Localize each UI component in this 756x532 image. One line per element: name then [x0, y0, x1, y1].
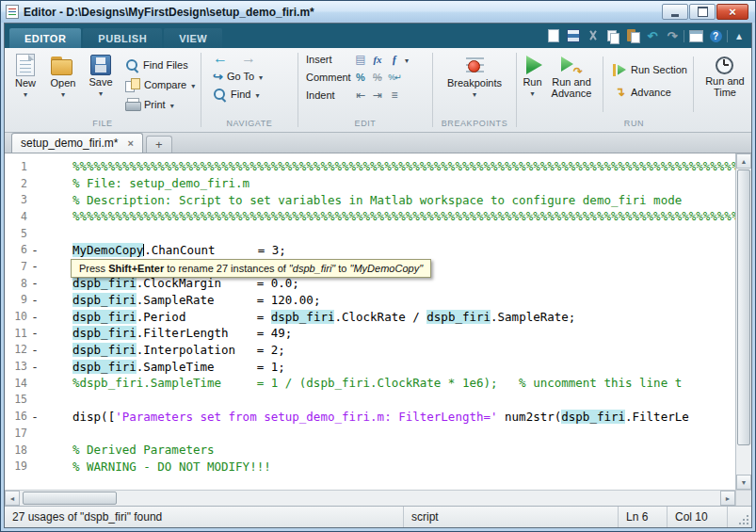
title-bar[interactable]: Editor - D:\Designs\MyFirstDesign\setup_…	[1, 1, 755, 23]
breakpoint-margin[interactable]: -	[27, 343, 42, 357]
new-button[interactable]: New	[7, 51, 44, 118]
run-time-button[interactable]: Run and Time	[698, 51, 752, 118]
breakpoint-margin[interactable]: -	[27, 410, 42, 424]
line-number: 6	[5, 243, 27, 256]
redo-icon[interactable]	[664, 27, 681, 44]
code-text: % Description: Script to set variables i…	[42, 193, 682, 207]
vertical-scrollbar[interactable]	[735, 153, 751, 490]
scroll-up-icon[interactable]	[736, 153, 751, 169]
copy-icon[interactable]	[604, 27, 621, 44]
line-indicator: Ln 6	[619, 507, 668, 527]
breakpoint-margin[interactable]: -	[27, 243, 42, 257]
code-line-19[interactable]: 19% WARNING - DO NOT MODIFY!!!	[5, 458, 735, 475]
compare-button[interactable]: Compare	[125, 77, 195, 92]
code-line-1[interactable]: 1%%%%%%%%%%%%%%%%%%%%%%%%%%%%%%%%%%%%%%%…	[5, 158, 735, 175]
code-line-10[interactable]: 10-dspb_firi.Period = dspb_firi.ClockRat…	[5, 308, 735, 325]
breakpoint-margin[interactable]: -	[27, 293, 42, 307]
breakpoints-button[interactable]: Breakpoints	[440, 51, 509, 118]
forward-icon[interactable]	[232, 52, 256, 65]
breakpoint-margin[interactable]: -	[27, 310, 42, 324]
find-files-button[interactable]: Find Files	[125, 57, 195, 73]
smart-indent-icon[interactable]	[387, 88, 402, 103]
scroll-down-icon[interactable]	[736, 475, 751, 490]
hscroll-thumb[interactable]	[23, 492, 117, 505]
code-text: MyDemoCopy.ChanCount = 3;	[42, 243, 286, 257]
code-line-17[interactable]: 17	[5, 425, 735, 442]
undo-icon[interactable]	[644, 27, 661, 44]
code-text: dspb_firi.SampleTime = 1;	[42, 360, 285, 374]
code-text: %%%%%%%%%%%%%%%%%%%%%%%%%%%%%%%%%%%%%%%%…	[42, 209, 735, 223]
minimize-icon[interactable]	[662, 4, 688, 20]
save-floppy-icon	[90, 55, 111, 75]
doc-tab-active[interactable]: setup_demo_firi.m* ×	[11, 133, 143, 153]
goto-button[interactable]: Go To	[213, 69, 296, 84]
comment-icon[interactable]	[353, 70, 368, 85]
find-button[interactable]: Find	[213, 87, 296, 102]
code-line-6[interactable]: 6-MyDemoCopy.ChanCount = 3;	[5, 241, 735, 258]
breakpoint-margin[interactable]: -	[27, 326, 42, 340]
save-icon[interactable]	[565, 27, 582, 44]
run-advance-button[interactable]: Run and Advance	[544, 51, 599, 118]
code-line-13[interactable]: 13-dspb_firi.SampleTime = 1;	[5, 358, 735, 375]
uncomment-icon[interactable]	[370, 70, 385, 85]
breakpoint-margin[interactable]: -	[27, 276, 42, 290]
breakpoint-margin[interactable]: -	[27, 259, 42, 273]
section-navigate: Go To Find NAVIGATE	[201, 48, 298, 132]
scroll-left-icon[interactable]	[5, 491, 20, 506]
breakpoint-margin[interactable]: -	[27, 360, 42, 374]
column-indicator: Col 10	[668, 507, 728, 527]
code-line-2[interactable]: 2% File: setup_demo_firi.m	[5, 175, 735, 192]
scroll-right-icon[interactable]	[720, 491, 735, 506]
code-line-18[interactable]: 18% Derived Parameters	[5, 442, 735, 459]
section-label-run: RUN	[517, 118, 751, 132]
wrap-comments-icon[interactable]	[387, 70, 402, 85]
back-icon[interactable]	[213, 52, 228, 65]
paste-icon[interactable]	[624, 27, 641, 44]
code-line-4[interactable]: 4%%%%%%%%%%%%%%%%%%%%%%%%%%%%%%%%%%%%%%%…	[5, 208, 735, 225]
print-button[interactable]: Print	[125, 97, 195, 112]
dropdown-caret-icon	[473, 89, 476, 96]
code-line-5[interactable]: 5	[5, 225, 735, 242]
line-number: 8	[5, 277, 27, 290]
close-tab-icon[interactable]: ×	[127, 137, 133, 149]
code-line-15[interactable]: 15	[5, 392, 735, 409]
help-icon[interactable]	[707, 27, 724, 44]
ribbon-tab-bar: EDITOR PUBLISH VIEW	[5, 24, 751, 48]
dropdown-caret-icon	[530, 89, 534, 95]
maximize-icon[interactable]	[689, 4, 716, 20]
indent-left-icon[interactable]	[353, 88, 368, 103]
app-icon	[6, 5, 19, 19]
advance-button[interactable]: Advance	[613, 85, 687, 100]
vscroll-thumb[interactable]	[737, 169, 750, 445]
save-button[interactable]: Save	[82, 51, 120, 118]
collapse-ribbon-icon[interactable]	[731, 27, 748, 44]
run-section-button[interactable]: Run Section	[613, 62, 687, 77]
code-area[interactable]: 1%%%%%%%%%%%%%%%%%%%%%%%%%%%%%%%%%%%%%%%…	[5, 153, 735, 490]
tab-view[interactable]: VIEW	[164, 28, 222, 48]
code-line-12[interactable]: 12-dspb_firi.Interpolation = 2;	[5, 342, 735, 359]
vscroll-track[interactable]	[736, 169, 751, 475]
code-line-16[interactable]: 16-disp(['Parameters set from setup_demo…	[5, 408, 735, 425]
tab-publish[interactable]: PUBLISH	[83, 28, 162, 48]
hscroll-track[interactable]	[20, 491, 720, 506]
insert-function-icon[interactable]	[387, 52, 402, 67]
cut-icon[interactable]	[585, 27, 602, 44]
layout-icon[interactable]	[687, 27, 704, 44]
run-button[interactable]: Run	[523, 51, 542, 118]
insert-section-icon[interactable]	[353, 52, 368, 67]
tab-editor[interactable]: EDITOR	[9, 28, 81, 48]
open-button[interactable]: Open	[44, 51, 82, 118]
code-line-3[interactable]: 3% Description: Script to set variables …	[5, 191, 735, 208]
horizontal-scrollbar[interactable]	[5, 491, 735, 506]
indent-right-icon[interactable]	[370, 88, 385, 103]
line-number: 12	[5, 343, 27, 356]
close-icon[interactable]	[716, 4, 748, 20]
code-line-11[interactable]: 11-dspb_firi.FilterLength = 49;	[5, 325, 735, 342]
resize-grip[interactable]	[735, 507, 751, 527]
code-line-14[interactable]: 14%dspb_firi.SampleTime = 1 / (dspb_firi…	[5, 375, 735, 392]
new-tab-button[interactable]: +	[146, 136, 172, 153]
code-line-9[interactable]: 9-dspb_firi.SampleRate = 120.00;	[5, 292, 735, 309]
insert-fx-icon[interactable]	[370, 52, 385, 67]
new-document-icon[interactable]	[545, 27, 562, 44]
dropdown-caret-icon	[404, 54, 409, 65]
